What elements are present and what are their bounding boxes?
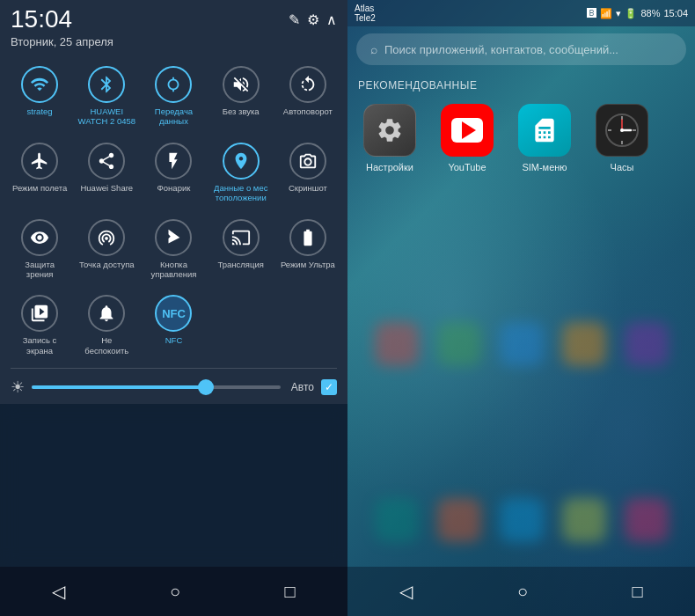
status-right-icons: 🅱 📶 ▾ 🔋 88% 15:04 — [587, 8, 688, 19]
notification-shade: 15:04 ✎ ⚙ ∧ Вторник, 25 апреля strateg H… — [0, 0, 348, 616]
app-sim[interactable]: SIM-меню — [513, 104, 576, 172]
data-icon — [155, 66, 192, 103]
autorotate-icon — [289, 66, 326, 103]
svg-point-7 — [620, 128, 624, 132]
recents-button-right[interactable]: □ — [618, 578, 657, 605]
hotspot-label: Точка доступа — [79, 260, 135, 269]
qs-ultra[interactable]: Режим Ультра — [275, 212, 340, 287]
home-screen: Atlas Tele2 🅱 📶 ▾ 🔋 88% 15:04 ⌕ Поиск пр… — [348, 0, 695, 616]
wifi-label: strateg — [27, 106, 53, 116]
cast-icon — [223, 219, 260, 256]
brightness-auto-label: Авто — [291, 381, 314, 393]
hotspot-icon — [88, 219, 125, 256]
home-content-area — [348, 180, 695, 567]
data-label: Передачаданных — [155, 106, 193, 127]
nfc-label: NFC — [165, 335, 183, 345]
screenrecord-icon — [21, 295, 58, 332]
youtube-app-label: YouTube — [448, 162, 486, 172]
brightness-low-icon: ☀ — [11, 378, 25, 397]
qs-airplane[interactable]: Режим полета — [7, 136, 72, 210]
shade-overlay — [0, 404, 348, 567]
qs-screenrecord[interactable]: Запись сэкрана — [7, 288, 72, 363]
autorotate-label: Автоповорот — [283, 106, 333, 116]
eyecare-label: Защитазрения — [25, 260, 55, 280]
recents-button[interactable]: □ — [271, 578, 310, 605]
qs-nfc[interactable]: NFC NFC — [141, 288, 206, 363]
search-bar[interactable]: ⌕ Поиск приложений, контактов, сообщений… — [356, 33, 686, 65]
bg-app-7 — [437, 498, 481, 542]
bluetooth-label: HUAWEIWATCH 2 0458 — [78, 106, 135, 127]
qs-button-control[interactable]: Кнопкауправления — [141, 212, 206, 287]
nav-bar-left: ◁ ○ □ — [0, 567, 348, 616]
home-button[interactable]: ○ — [156, 578, 194, 605]
clock-app-icon — [596, 104, 648, 157]
carrier1-label: Atlas — [355, 4, 376, 13]
qs-data[interactable]: Передачаданных — [141, 59, 206, 134]
ultra-icon — [289, 219, 326, 256]
bg-app-5 — [625, 322, 669, 366]
bg-app-9 — [562, 498, 606, 542]
bg-app-10 — [625, 498, 669, 542]
bluetooth-icon — [88, 66, 125, 103]
mute-label: Без звука — [223, 106, 260, 116]
ultra-label: Режим Ультра — [281, 260, 335, 269]
huawei-share-label: Huawei Share — [80, 183, 133, 193]
bg-app-6 — [375, 498, 419, 542]
cast-label: Трансляция — [217, 260, 263, 269]
qs-autorotate[interactable]: Автоповорот — [275, 59, 340, 134]
bg-app-3 — [500, 322, 544, 366]
nav-bar-right: ◁ ○ □ — [348, 567, 695, 616]
brightness-slider[interactable] — [32, 385, 281, 389]
button-control-icon — [155, 219, 192, 256]
settings-app-icon — [363, 104, 416, 157]
back-button[interactable]: ◁ — [38, 577, 79, 605]
qs-huawei-share[interactable]: Huawei Share — [74, 136, 139, 210]
quick-settings-grid: strateg HUAWEIWATCH 2 0458 Передачаданны… — [0, 55, 348, 366]
qs-location[interactable]: Данные о мес тоположении — [208, 136, 274, 210]
brightness-fill — [32, 385, 206, 389]
qs-dnd[interactable]: Небеспокоить — [74, 288, 139, 363]
wifi-status-icon: ▾ — [616, 8, 621, 19]
collapse-icon[interactable]: ∧ — [326, 11, 337, 28]
settings-icon[interactable]: ⚙ — [307, 11, 319, 28]
battery-percent: 88% — [640, 8, 660, 18]
qs-eyecare[interactable]: Защитазрения — [7, 212, 72, 287]
dnd-icon — [88, 295, 125, 332]
qs-bluetooth[interactable]: HUAWEIWATCH 2 0458 — [74, 59, 139, 134]
carrier2-label: Tele2 — [355, 13, 376, 23]
date-display: Вторник, 25 апреля — [0, 35, 348, 55]
screenrecord-label: Запись сэкрана — [23, 335, 57, 356]
bg-app-2 — [437, 322, 481, 366]
qs-hotspot[interactable]: Точка доступа — [74, 212, 139, 287]
app-clock[interactable]: Часы — [590, 104, 654, 172]
search-placeholder-text: Поиск приложений, контактов, сообщений..… — [384, 43, 618, 56]
settings-app-label: Настройки — [366, 162, 413, 172]
status-time: 15:04 — [663, 8, 688, 18]
qs-wifi[interactable]: strateg — [7, 59, 72, 134]
eyecare-icon — [21, 219, 58, 256]
app-youtube[interactable]: YouTube — [435, 104, 499, 172]
qs-cast[interactable]: Трансляция — [208, 212, 274, 287]
status-bar-right: Atlas Tele2 🅱 📶 ▾ 🔋 88% 15:04 — [348, 0, 695, 26]
qs-screenshot[interactable]: Скриншот — [275, 136, 340, 210]
qs-flashlight[interactable]: Фонарик — [141, 136, 206, 210]
huawei-share-icon — [88, 143, 125, 180]
brightness-row: ☀ Авто ✓ — [0, 370, 348, 404]
mute-icon — [223, 66, 260, 103]
screenshot-icon — [289, 143, 326, 180]
location-label: Данные о мес тоположении — [210, 183, 272, 203]
brightness-auto-checkbox[interactable]: ✓ — [321, 379, 337, 395]
recommended-apps-row: Настройки YouTube SIM-меню — [348, 97, 695, 180]
qs-mute[interactable]: Без звука — [208, 59, 274, 134]
app-settings[interactable]: Настройки — [358, 104, 421, 172]
search-icon: ⌕ — [370, 42, 377, 56]
location-icon — [223, 143, 260, 180]
screenshot-label: Скриншот — [289, 183, 327, 193]
carrier-info: Atlas Tele2 — [355, 4, 376, 23]
clock-app-label: Часы — [611, 162, 634, 172]
brightness-thumb — [198, 379, 214, 395]
back-button-right[interactable]: ◁ — [385, 577, 427, 605]
home-button-right[interactable]: ○ — [503, 578, 542, 605]
recommended-section-label: РЕКОМЕНДОВАННЫЕ — [348, 72, 695, 97]
edit-icon[interactable]: ✎ — [289, 11, 300, 28]
